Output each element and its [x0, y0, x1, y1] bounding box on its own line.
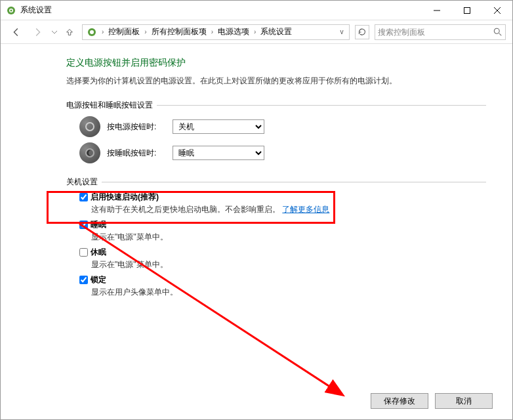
back-button[interactable]: [7, 23, 26, 41]
fast-startup-checkbox[interactable]: [79, 193, 88, 201]
fast-startup-desc: 这有助于在关机之后更快地启动电脑。不会影响重启。: [91, 205, 280, 214]
svg-rect-4: [464, 7, 470, 13]
section-title: 电源按钮和睡眠按钮设置: [66, 100, 153, 111]
cancel-button[interactable]: 取消: [435, 393, 493, 409]
lock-label: 锁定: [91, 274, 106, 285]
section-title: 关机设置: [66, 177, 98, 188]
chevron-right-icon: ›: [100, 28, 106, 35]
power-button-select[interactable]: 关机: [173, 119, 264, 134]
fast-startup-option: 启用快速启动(推荐) 这有助于在关机之后更快地启动电脑。不会影响重启。 了解更多…: [79, 192, 486, 215]
power-button-label: 按电源按钮时:: [107, 121, 166, 133]
sleep-option: 睡眠 显示在"电源"菜单中。: [79, 219, 486, 243]
chevron-right-icon: ›: [142, 28, 148, 35]
breadcrumb-item[interactable]: 电源选项: [215, 25, 252, 39]
search-box[interactable]: [375, 24, 506, 40]
svg-line-10: [499, 33, 502, 35]
chevron-right-icon: ›: [252, 28, 258, 35]
search-icon: [493, 28, 503, 37]
breadcrumb-item[interactable]: 系统设置: [258, 25, 295, 39]
refresh-button[interactable]: [355, 25, 369, 39]
navbar: › 控制面板 › 所有控制面板项 › 电源选项 › 系统设置 v: [1, 20, 512, 44]
close-button[interactable]: [482, 1, 512, 20]
control-panel-icon: [87, 27, 97, 37]
titlebar: 系统设置: [1, 1, 512, 20]
svg-point-8: [90, 30, 94, 34]
minimize-button[interactable]: [422, 1, 452, 20]
sleep-button-select[interactable]: 睡眠: [173, 146, 264, 160]
content-area: 定义电源按钮并启用密码保护 选择要为你的计算机设置的电源设置。在此页上对设置所做…: [1, 44, 512, 315]
hibernate-desc: 显示在"电源"菜单中。: [91, 259, 486, 270]
lock-checkbox[interactable]: [79, 276, 88, 284]
lock-option: 锁定 显示在用户头像菜单中。: [79, 274, 486, 298]
breadcrumb-item[interactable]: 控制面板: [106, 25, 142, 39]
power-button-row: 按电源按钮时: 关机: [79, 116, 486, 137]
breadcrumb-bar[interactable]: › 控制面板 › 所有控制面板项 › 电源选项 › 系统设置 v: [82, 24, 350, 40]
sleep-button-row: 按睡眠按钮时: 睡眠: [79, 142, 486, 163]
sleep-button-label: 按睡眠按钮时:: [107, 148, 166, 159]
hibernate-option: 休眠 显示在"电源"菜单中。: [79, 247, 486, 270]
learn-more-link[interactable]: 了解更多信息: [282, 205, 329, 214]
footer-buttons: 保存修改 取消: [371, 393, 493, 409]
breadcrumb-item[interactable]: 所有控制面板项: [149, 25, 209, 39]
hibernate-checkbox[interactable]: [79, 248, 88, 257]
recent-dropdown[interactable]: [49, 23, 60, 41]
page-description: 选择要为你的计算机设置的电源设置。在此页上对设置所做的更改将应用于你所有的电源计…: [66, 75, 486, 87]
lock-desc: 显示在用户头像菜单中。: [91, 287, 486, 298]
section-shutdown-settings: 关机设置: [66, 177, 486, 188]
section-button-settings: 电源按钮和睡眠按钮设置: [66, 100, 486, 111]
window-title: 系统设置: [20, 5, 422, 16]
app-icon: [6, 5, 16, 16]
sleep-icon: [79, 142, 100, 163]
chevron-right-icon: ›: [209, 28, 215, 35]
svg-point-2: [10, 9, 12, 11]
path-dropdown[interactable]: v: [336, 25, 348, 39]
forward-button[interactable]: [28, 23, 47, 41]
save-button[interactable]: 保存修改: [371, 393, 428, 409]
page-heading: 定义电源按钮并启用密码保护: [66, 57, 486, 69]
sleep-label: 睡眠: [91, 219, 106, 230]
hibernate-label: 休眠: [91, 247, 106, 258]
svg-point-9: [494, 28, 499, 33]
sleep-checkbox[interactable]: [79, 220, 88, 229]
power-icon: [79, 116, 100, 137]
maximize-button[interactable]: [452, 1, 482, 20]
search-input[interactable]: [378, 28, 493, 37]
up-button[interactable]: [62, 25, 77, 39]
sleep-desc: 显示在"电源"菜单中。: [91, 232, 486, 243]
fast-startup-label: 启用快速启动(推荐): [91, 192, 159, 203]
